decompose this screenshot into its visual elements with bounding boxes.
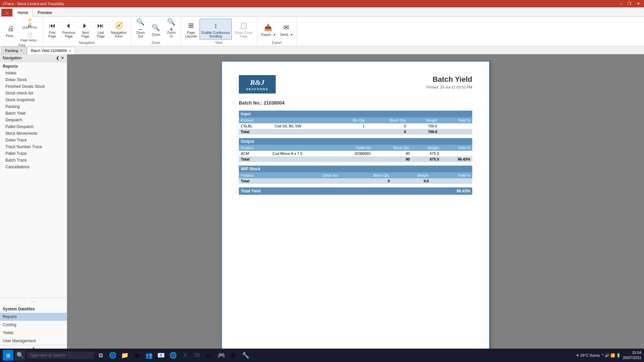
input-total-yield: [439, 129, 472, 135]
last-page-button[interactable]: ⏭ LastPage: [93, 19, 108, 40]
print-icon: 🖨: [5, 23, 16, 34]
start-button[interactable]: ⊞: [3, 350, 13, 361]
taskbar: ⊞ 🔍 ⧉ 🌐 📁 🛍 👥 📧 🌐 X W 🗂 🎮 ⚙ 🔧 ☀ 29°C Sun…: [0, 349, 644, 362]
nav-item-dolav-trace[interactable]: Dolav Trace: [0, 137, 67, 143]
nav-item-pallet-despatch[interactable]: Pallet Despatch: [0, 123, 67, 130]
input-col-product: Product: [239, 117, 273, 123]
nav-item-finished-goods-stock[interactable]: Finished Goods Stock: [0, 83, 67, 90]
tab-preview[interactable]: Preview: [33, 9, 56, 16]
table-row: ACM Cod Mince A x 7.5 20380001 90 675.0: [239, 151, 472, 157]
nav-bottom: ··· System Datafiles Reports Costing Yie…: [0, 298, 67, 351]
first-page-button[interactable]: ⏮ FirstPage: [45, 19, 60, 40]
nav-close-button[interactable]: ✕: [61, 56, 64, 60]
nav-item-stock-check-list[interactable]: Stock check list: [0, 90, 67, 97]
report-logo: R&J SEAFOODS: [239, 75, 276, 94]
search-button[interactable]: 🔍: [15, 350, 25, 361]
tab-packing[interactable]: Packing ✕: [1, 47, 26, 54]
nav-bottom-costing[interactable]: Costing: [0, 321, 67, 329]
tab-home[interactable]: Home: [13, 9, 33, 17]
continuous-scrolling-button[interactable]: ↕ Enable ContinuousScrolling: [200, 19, 232, 40]
previous-page-button[interactable]: ⏴ PreviousPage: [60, 19, 77, 40]
taskbar-excel[interactable]: X: [180, 350, 191, 361]
minimize-button[interactable]: −: [619, 1, 624, 6]
nav-item-stock-movements[interactable]: Stock Movements: [0, 130, 67, 137]
input-row-code: CSLBL: [239, 123, 273, 129]
wip-total-label: Total: [239, 178, 281, 184]
next-page-button[interactable]: ⏵ NextPage: [78, 19, 93, 40]
taskbar-teams[interactable]: 👥: [144, 350, 154, 361]
zoom-out-button[interactable]: 🔍− ZoomOut: [133, 19, 148, 40]
nav-item-cancellations[interactable]: Cancellations: [0, 164, 67, 170]
input-col-yield: Yield %: [439, 117, 472, 123]
taskbar-chrome[interactable]: 🌐: [107, 350, 118, 361]
input-total-row: Total 0 700.0: [239, 129, 472, 135]
output-col-product: Product: [239, 145, 270, 151]
home-app-tab[interactable]: ⌂: [1, 9, 12, 16]
main-content: Navigation ❮ ✕ Reports Intake Dolav Stoc…: [0, 54, 644, 351]
nav-item-trace-number-trace[interactable]: Trace Number Trace: [0, 143, 67, 150]
print-button[interactable]: 🖨 Print...: [3, 22, 18, 39]
nav-bottom-yields[interactable]: Yields: [0, 329, 67, 337]
view-group-label: View: [215, 41, 223, 45]
wip-total-yield: [431, 178, 472, 184]
output-col-block-qty: Block Qty.: [373, 145, 412, 151]
ribbon-group-navigation: ⏮ FirstPage ⏴ PreviousPage ⏵ NextPage ⏭ …: [43, 17, 131, 45]
taskbar-app2[interactable]: 🔧: [240, 350, 251, 361]
taskbar-store[interactable]: 🛍: [131, 350, 142, 361]
navigation-pane-icon: 🧭: [113, 20, 124, 31]
view-buttons: ⊞ PageLayout▾ ↕ Enable ContinuousScrolli…: [183, 18, 255, 40]
nav-item-despatch[interactable]: Despatch: [0, 117, 67, 123]
ribbon-group-print: 🖨 Print... ⚡🖨 Quick Print 📄 Page Setup..…: [1, 17, 43, 45]
ribbon-group-view: ⊞ PageLayout▾ ↕ Enable ContinuousScrolli…: [181, 17, 257, 45]
taskbar-app1[interactable]: 🎮: [216, 350, 227, 361]
close-packing-tab[interactable]: ✕: [20, 49, 23, 52]
page-setup-button[interactable]: 📄 Page Setup...: [19, 31, 41, 43]
nav-item-pallet-trace[interactable]: Pallet Trace: [0, 150, 67, 157]
zoom-button[interactable]: 🔍 Zoom: [149, 21, 163, 38]
taskbar-mail[interactable]: 📧: [156, 350, 166, 361]
taskbar-left: ⊞ 🔍 ⧉ 🌐 📁 🛍 👥 📧 🌐 X W 🗂 🎮 ⚙ 🔧: [3, 350, 251, 361]
wip-total-weight: 0.0: [392, 178, 431, 184]
close-batch-yield-tab[interactable]: ✕: [69, 49, 71, 53]
nav-panel-header: Navigation ❮ ✕: [0, 54, 67, 62]
report-header: R&J SEAFOODS Batch Yield Printed: 20-Jul…: [239, 75, 472, 94]
navigation-pane-button[interactable]: 🧭 NavigationPane: [109, 19, 128, 40]
output-total-block-qty: 90: [373, 157, 412, 162]
output-total-label: Total: [239, 157, 270, 162]
taskbar-settings-app[interactable]: ⚙: [228, 350, 239, 361]
nav-ellipsis: ···: [0, 298, 67, 305]
report-area: R&J SEAFOODS Batch Yield Printed: 20-Jul…: [67, 54, 644, 351]
report-batch-no: Batch No.: 21038004: [239, 100, 472, 106]
task-view-button[interactable]: ⧉: [95, 350, 106, 361]
wip-col-dolav-no: Dolav No: [291, 172, 340, 178]
nav-item-stock-snapshots[interactable]: Stock snapshots: [0, 97, 67, 103]
taskbar-edge[interactable]: 🌐: [168, 350, 178, 361]
nav-bottom-user-management[interactable]: User Management: [0, 337, 67, 345]
taskbar-word[interactable]: W: [192, 350, 203, 361]
taskbar-explorer[interactable]: 📁: [119, 350, 130, 361]
output-row-pallet-no: 20380001: [334, 151, 373, 157]
nav-collapse-button[interactable]: ❮: [56, 56, 59, 60]
show-cover-page-button[interactable]: 📋 Show CoverPage: [232, 19, 255, 40]
taskbar-search-input[interactable]: [27, 352, 94, 359]
nav-item-packing[interactable]: Packing: [0, 103, 67, 110]
input-row-weight: 700.0: [408, 123, 439, 129]
quick-print-button[interactable]: ⚡🖨 Quick Print: [19, 18, 41, 30]
restore-button[interactable]: ❒: [626, 1, 633, 6]
export-button[interactable]: 📤 Export...▾: [259, 21, 277, 38]
total-yield-row: Total Yield 96.43%: [239, 187, 472, 195]
nav-item-dolav-stock[interactable]: Dolav Stock: [0, 76, 67, 83]
nav-bottom-reports[interactable]: Reports: [0, 313, 67, 321]
nav-item-batch-yield[interactable]: Batch Yield: [0, 110, 67, 117]
zoom-in-button[interactable]: 🔍+ ZoomIn: [164, 19, 179, 40]
nav-item-intake[interactable]: Intake: [0, 70, 67, 76]
tab-batch-yield[interactable]: Batch Yield 21038004 ✕: [27, 47, 75, 54]
page-layout-button[interactable]: ⊞ PageLayout▾: [183, 19, 199, 40]
send-button[interactable]: ✉ Send...▾: [278, 21, 294, 38]
taskbar-folder[interactable]: 🗂: [204, 350, 215, 361]
nav-item-batch-trace[interactable]: Batch Trace: [0, 157, 67, 164]
output-total-row: Total 90 675.0 96.43%: [239, 157, 472, 162]
output-row-desc: Cod Mince A x 7.5: [270, 151, 334, 157]
wip-table: Product Dolav No Block Qty. Weight Yield…: [239, 172, 472, 184]
close-button[interactable]: ✕: [635, 1, 641, 6]
